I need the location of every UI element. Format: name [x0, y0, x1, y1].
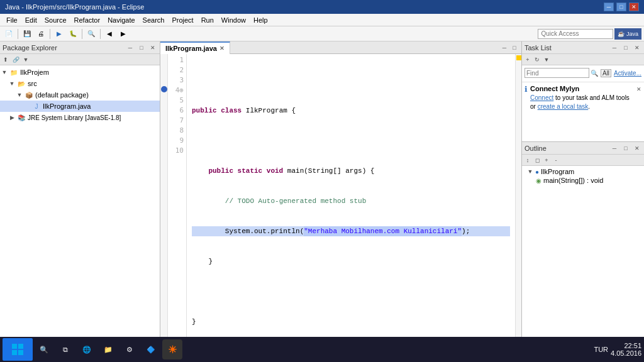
quickaccess-input[interactable]: [538, 29, 613, 39]
editor-tab-close[interactable]: ✕: [219, 45, 225, 52]
ln-6: 6: [170, 106, 184, 116]
task-filter-btn[interactable]: ▼: [542, 55, 551, 64]
task-find-icon: 🔍: [591, 70, 598, 77]
close-button[interactable]: ✕: [629, 3, 639, 11]
editor-tab-ilkprogram[interactable]: IlkProgram.java ✕: [160, 41, 230, 54]
ln-7: 7: [170, 116, 184, 126]
task-find-input[interactable]: [525, 68, 589, 78]
new-button[interactable]: 📄: [3, 28, 15, 40]
pe-menu-button[interactable]: ▼: [21, 55, 30, 64]
pe-maximize-button[interactable]: □: [137, 43, 146, 52]
pe-close-button[interactable]: ✕: [148, 43, 157, 52]
outline-method-label: main(String[]) : void: [543, 177, 603, 184]
package-explorer-header: Package Explorer ─ □ ✕: [0, 41, 160, 54]
menu-project[interactable]: Project: [168, 15, 197, 25]
connect-link[interactable]: Connect: [530, 94, 553, 101]
file-explorer-button[interactable]: 📁: [98, 339, 118, 359]
task-all-label[interactable]: All: [601, 69, 611, 77]
ln-2: 2: [170, 65, 184, 75]
menu-edit[interactable]: Edit: [21, 15, 41, 25]
app1-button[interactable]: 🔷: [141, 339, 161, 359]
tree-item-src[interactable]: ▼ 📂 src: [0, 78, 160, 89]
outline-class-item[interactable]: ▼ ● IlkProgram: [522, 167, 644, 176]
outline-expand-btn[interactable]: +: [542, 156, 551, 165]
task-view-button[interactable]: ⧉: [55, 339, 75, 359]
outline-header: Outline ─ □ ✕: [522, 142, 644, 155]
svg-rect-1: [18, 344, 23, 349]
editor-minimize-btn[interactable]: ─: [500, 43, 509, 52]
bp-6: [160, 104, 168, 114]
taskbar: 🔍 ⧉ 🌐 📁 ⚙ 🔷 ☀ TUR 22:51 4.05.2016: [0, 337, 644, 362]
outline-class-label: IlkProgram: [541, 168, 574, 175]
ln-1: 1: [170, 55, 184, 65]
edge-browser-button[interactable]: 🌐: [77, 339, 97, 359]
task-list-panel: Task List ─ □ ✕ + ↻ ▼ 🔍 All Activate... …: [522, 41, 644, 142]
bp-8: [160, 124, 168, 134]
toolbar: 📄 💾 🖨 ▶ 🐛 🔍 ◀ ▶ ☕ Java: [0, 26, 644, 41]
titlebar: Java - IlkProjem/src/IlkProgram.java - E…: [0, 0, 644, 14]
editor-tab-label: IlkProgram.java: [165, 45, 217, 52]
pe-collapse-button[interactable]: ⬆: [1, 55, 10, 64]
menu-navigate[interactable]: Navigate: [104, 15, 138, 25]
editor-content[interactable]: 1 2 3 4⊕ 5 6 7 8 9 10 public class IlkPr…: [160, 54, 521, 362]
toolbar-sep-2: [50, 29, 50, 39]
code-line-8: [192, 287, 510, 297]
task-activate-label[interactable]: Activate...: [614, 70, 641, 77]
tree-item-jre[interactable]: ▶ 📚 JRE System Library [JavaSE-1.8]: [0, 112, 160, 123]
pe-minimize-button[interactable]: ─: [126, 43, 135, 52]
menu-window[interactable]: Window: [218, 15, 250, 25]
tree-item-project[interactable]: ▼ 📁 IlkProjem: [0, 67, 160, 78]
outline-close-btn[interactable]: ✕: [633, 144, 641, 153]
menu-file[interactable]: File: [3, 15, 21, 25]
tasklist-close-btn[interactable]: ✕: [633, 43, 641, 52]
run-button[interactable]: ▶: [53, 28, 65, 40]
app2-button[interactable]: ☀: [162, 339, 182, 359]
search-taskbar-button[interactable]: 🔍: [34, 339, 54, 359]
outline-sort-btn[interactable]: ↕: [523, 156, 532, 165]
code-line-6: System.out.println("Merhaba Mobilhanem.c…: [192, 226, 510, 236]
tree-item-default-pkg[interactable]: ▼ 📦 (default package): [0, 89, 160, 101]
bp-3: [160, 74, 168, 84]
pe-link-button[interactable]: 🔗: [11, 55, 20, 64]
mylyn-close-btn[interactable]: ✕: [636, 85, 641, 94]
tasklist-header: Task List ─ □ ✕: [522, 41, 644, 54]
titlebar-title: Java - IlkProjem/src/IlkProgram.java - E…: [5, 3, 144, 11]
prev-button[interactable]: ◀: [103, 28, 116, 40]
start-button[interactable]: [3, 338, 33, 361]
code-area: 1 2 3 4⊕ 5 6 7 8 9 10 public class IlkPr…: [160, 54, 521, 362]
tasklist-maximize-btn[interactable]: □: [621, 43, 630, 52]
editor-tab-controls: ─ □: [500, 43, 521, 52]
menu-run[interactable]: Run: [197, 15, 218, 25]
outline-content: ▼ ● IlkProgram ◉ main(String[]) : void: [522, 166, 644, 348]
menu-refactor[interactable]: Refactor: [70, 15, 104, 25]
outline-minimize-btn[interactable]: ─: [610, 144, 619, 153]
search-button[interactable]: 🔍: [85, 28, 97, 40]
src-icon: 📂: [16, 79, 26, 89]
menu-help[interactable]: Help: [250, 15, 272, 25]
debug-button[interactable]: 🐛: [67, 28, 79, 40]
outline-collapse-btn[interactable]: -: [552, 156, 560, 165]
task-new-btn[interactable]: +: [523, 55, 532, 64]
outline-hide-btn[interactable]: ◻: [533, 156, 541, 165]
next-button[interactable]: ▶: [117, 28, 130, 40]
java-perspective-button[interactable]: ☕ Java: [614, 28, 641, 40]
minimize-button[interactable]: ─: [604, 3, 614, 11]
editor-maximize-btn[interactable]: □: [510, 43, 519, 52]
outline-expand-class: ▼: [527, 168, 533, 175]
toolbar-sep-1: [18, 29, 18, 39]
outline-method-item[interactable]: ◉ main(String[]) : void: [522, 176, 644, 185]
outline-maximize-btn[interactable]: □: [621, 144, 630, 153]
code-line-2: public class IlkProgram {: [192, 106, 510, 116]
print-button[interactable]: 🖨: [35, 28, 47, 40]
menu-source[interactable]: Source: [41, 15, 70, 25]
tree-item-file[interactable]: ▶ J IlkProgram.java: [0, 101, 160, 112]
settings-button[interactable]: ⚙: [119, 339, 140, 359]
connect-mylyn-content: ℹ Connect Mylyn Connect to your task and…: [525, 85, 641, 111]
create-task-link[interactable]: create a local task: [538, 103, 589, 110]
menu-search[interactable]: Search: [139, 15, 169, 25]
task-sync-btn[interactable]: ↻: [533, 55, 541, 64]
code-content[interactable]: public class IlkProgram { public static …: [187, 54, 515, 362]
maximize-button[interactable]: □: [616, 3, 626, 11]
save-button[interactable]: 💾: [21, 28, 33, 40]
tasklist-minimize-btn[interactable]: ─: [610, 43, 619, 52]
